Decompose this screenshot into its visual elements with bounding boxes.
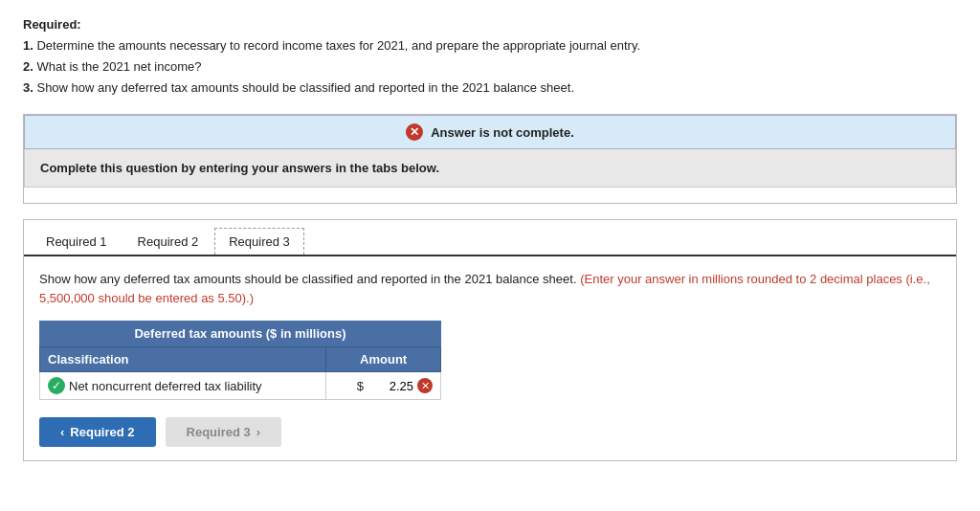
forward-button[interactable]: Required 3 › <box>166 417 282 447</box>
table-row: ✓ Net noncurrent deferred tax liability … <box>40 372 441 400</box>
complete-instruction-text: Complete this question by entering your … <box>40 161 940 175</box>
forward-chevron-icon: › <box>256 425 260 439</box>
tab-required-1[interactable]: Required 1 <box>32 228 122 255</box>
required-item-3: 3. Show how any deferred tax amounts sho… <box>23 78 957 99</box>
back-chevron-icon: ‹ <box>60 425 64 439</box>
nav-buttons: ‹ Required 2 Required 3 › <box>39 417 941 447</box>
error-icon: ✕ <box>406 123 423 141</box>
required-list: 1. Determine the amounts necessary to re… <box>23 35 957 99</box>
tab-required-3[interactable]: Required 3 <box>214 228 304 255</box>
required-intro: Required: 1. Determine the amounts neces… <box>23 17 957 99</box>
back-button[interactable]: ‹ Required 2 <box>39 417 156 447</box>
required-item-2: 2. What is the 2021 net income? <box>23 56 957 78</box>
tab-required-2[interactable]: Required 2 <box>123 228 213 255</box>
amount-input[interactable] <box>366 379 413 393</box>
answer-not-complete-text: Answer is not complete. <box>431 125 574 140</box>
tab-content: Show how any deferred tax amounts should… <box>24 256 956 460</box>
answer-box: ✕ Answer is not complete. Complete this … <box>23 114 957 204</box>
complete-instruction-bar: Complete this question by entering your … <box>24 149 956 188</box>
dollar-sign: $ <box>357 379 364 393</box>
forward-button-label: Required 3 <box>187 425 251 439</box>
amount-cell: $ ✕ <box>326 372 441 400</box>
tab-instruction-note: (Enter your answer in millions rounded t… <box>39 272 930 305</box>
tab-instruction: Show how any deferred tax amounts should… <box>39 270 941 307</box>
col-header-classification: Classification <box>40 347 326 372</box>
deferred-table: Classification Amount ✓ Net noncurrent d… <box>39 346 441 400</box>
col-header-amount: Amount <box>326 347 441 372</box>
required-item-1: 1. Determine the amounts necessary to re… <box>23 35 957 56</box>
deferred-table-title: Deferred tax amounts ($ in millions) <box>39 321 441 346</box>
classification-cell: ✓ Net noncurrent deferred tax liability <box>40 372 326 400</box>
required-heading: Required: <box>23 17 957 32</box>
answer-not-complete-bar: ✕ Answer is not complete. <box>24 115 956 149</box>
tabs-row: Required 1 Required 2 Required 3 <box>24 220 956 256</box>
back-button-label: Required 2 <box>70 425 134 439</box>
classification-text: Net noncurrent deferred tax liability <box>69 379 262 393</box>
tabs-content-box: Required 1 Required 2 Required 3 Show ho… <box>23 219 957 461</box>
check-icon: ✓ <box>48 377 65 394</box>
clear-amount-icon[interactable]: ✕ <box>417 378 433 393</box>
deferred-table-container: Deferred tax amounts ($ in millions) Cla… <box>39 321 441 400</box>
page-container: Required: 1. Determine the amounts neces… <box>23 17 957 461</box>
